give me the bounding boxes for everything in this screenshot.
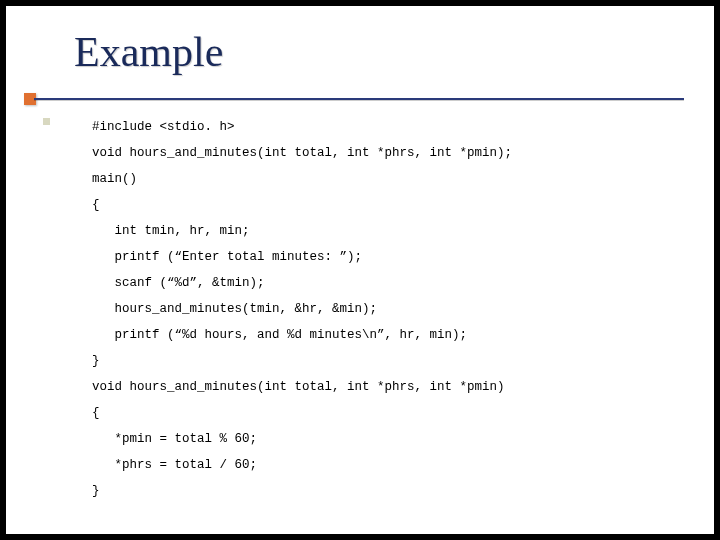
slide: Example #include <stdio. h> void hours_a…	[6, 6, 714, 534]
title-rule	[6, 92, 714, 104]
page-title: Example	[74, 28, 714, 76]
divider-line	[34, 98, 684, 100]
code-listing: #include <stdio. h> void hours_and_minut…	[92, 114, 674, 504]
title-area: Example	[6, 6, 714, 76]
bullet-icon	[43, 118, 50, 125]
